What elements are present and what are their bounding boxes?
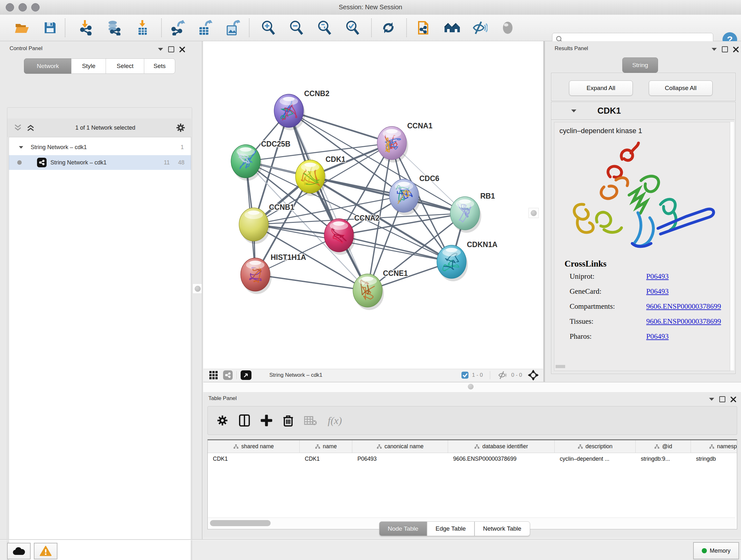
right-splitter[interactable] bbox=[543, 41, 545, 384]
table-cell[interactable]: CDK1 bbox=[208, 453, 300, 464]
crosslink-link[interactable]: P06493 bbox=[646, 287, 669, 296]
tab-string[interactable]: String bbox=[622, 57, 658, 73]
table-cell[interactable]: stringdb:9... bbox=[636, 453, 691, 464]
network-node-ccne1[interactable] bbox=[353, 274, 384, 310]
tab-label: String bbox=[632, 62, 648, 69]
expander-icon[interactable] bbox=[19, 146, 23, 148]
table-cell[interactable]: CDK1 bbox=[300, 453, 352, 464]
import-network-file-button[interactable] bbox=[77, 18, 95, 38]
zoom-fit-button[interactable] bbox=[315, 18, 334, 38]
gene-section-header[interactable]: CDK1 bbox=[551, 102, 735, 120]
tab-label: Style bbox=[82, 63, 95, 70]
panel-menu-icon[interactable] bbox=[712, 48, 717, 51]
export-network-button[interactable] bbox=[169, 18, 187, 38]
panel-float-icon[interactable] bbox=[719, 396, 725, 402]
grid-view-icon[interactable] bbox=[209, 371, 218, 380]
delete-icon[interactable] bbox=[283, 415, 293, 427]
tab-label: Network bbox=[37, 63, 59, 70]
show-graphics-button[interactable] bbox=[498, 18, 517, 38]
expand-all-icon[interactable] bbox=[26, 124, 35, 132]
panel-menu-icon[interactable] bbox=[158, 48, 163, 51]
zoom-out-button[interactable] bbox=[287, 18, 306, 38]
network-graph[interactable]: CCNB2CCNA1CDC25BCDK1CDC6RB1CCNB1CCNA2CDK… bbox=[203, 41, 543, 369]
selected-checkbox-icon[interactable] bbox=[461, 371, 469, 379]
open-session-button[interactable] bbox=[13, 18, 31, 38]
column-header-name[interactable]: name bbox=[300, 440, 352, 453]
collapse-all-button[interactable]: Collapse All bbox=[649, 80, 713, 96]
network-node-cdk1[interactable] bbox=[295, 160, 327, 196]
table-hscroll-thumb[interactable] bbox=[210, 520, 271, 526]
add-icon[interactable] bbox=[261, 415, 272, 426]
network-list: String Network – cdk1 1 String Network –… bbox=[9, 137, 191, 560]
network-node-rb1[interactable] bbox=[450, 197, 481, 233]
network-node-ccna1[interactable] bbox=[377, 126, 408, 163]
results-vscroll-track[interactable] bbox=[730, 122, 734, 370]
tab-style[interactable]: Style bbox=[71, 58, 106, 74]
zoom-in-button[interactable] bbox=[259, 18, 278, 38]
refresh-layout-button[interactable] bbox=[379, 18, 398, 38]
panel-close-icon[interactable] bbox=[179, 47, 185, 52]
crosslink-link[interactable]: P06493 bbox=[646, 332, 669, 341]
right-splitter-handle[interactable] bbox=[529, 208, 539, 218]
panel-float-icon[interactable] bbox=[722, 46, 728, 52]
column-header--id[interactable]: @id bbox=[636, 440, 691, 453]
network-node-cdc25b[interactable] bbox=[231, 145, 262, 181]
table-cell[interactable]: P06493 bbox=[352, 453, 448, 464]
homes-button[interactable] bbox=[443, 18, 461, 38]
tab-sets[interactable]: Sets bbox=[144, 58, 175, 74]
tab-network-table[interactable]: Network Table bbox=[475, 521, 530, 536]
save-session-button[interactable] bbox=[41, 18, 59, 38]
column-header-shared-name[interactable]: shared name bbox=[208, 440, 300, 453]
warning-status-button[interactable] bbox=[34, 543, 57, 559]
crosslink-label: Uniprot: bbox=[569, 272, 595, 280]
crosslink-link[interactable]: P06493 bbox=[646, 272, 669, 281]
left-splitter[interactable] bbox=[202, 41, 203, 539]
show-columns-icon[interactable] bbox=[239, 415, 250, 427]
collapse-all-icon[interactable] bbox=[14, 124, 22, 132]
table-gear-icon[interactable] bbox=[217, 415, 228, 426]
column-header-namespace[interactable]: namespace bbox=[691, 440, 737, 453]
crosslink-link[interactable]: 9606.ENSP00000378699 bbox=[646, 302, 721, 311]
column-header-database-identifier[interactable]: database identifier bbox=[448, 440, 555, 453]
network-node-cdkn1a[interactable] bbox=[437, 245, 468, 281]
results-hscroll-thumb[interactable] bbox=[556, 365, 565, 368]
crosslink-link[interactable]: 9606.ENSP00000378699 bbox=[646, 317, 721, 326]
tab-network[interactable]: Network bbox=[24, 58, 72, 74]
panel-close-icon[interactable] bbox=[731, 396, 736, 402]
tab-edge-table[interactable]: Edge Table bbox=[427, 521, 475, 536]
export-image-button[interactable] bbox=[223, 18, 242, 38]
zoom-selected-button[interactable] bbox=[343, 18, 362, 38]
network-node-hist1h1a[interactable] bbox=[241, 258, 272, 294]
table-cell[interactable]: stringdb bbox=[691, 453, 737, 464]
column-header-canonical-name[interactable]: canonical name bbox=[352, 440, 448, 453]
panel-menu-icon[interactable] bbox=[709, 398, 714, 401]
import-table-file-button[interactable] bbox=[133, 18, 152, 38]
collapse-section-icon[interactable] bbox=[571, 110, 576, 112]
table-cell[interactable]: 9606.ENSP00000378699 bbox=[448, 453, 555, 464]
column-header-description[interactable]: description bbox=[555, 440, 636, 453]
cloud-status-button[interactable] bbox=[7, 543, 30, 559]
tab-select[interactable]: Select bbox=[106, 58, 145, 74]
network-canvas[interactable]: CCNB2CCNA1CDC25BCDK1CDC6RB1CCNB1CCNA2CDK… bbox=[203, 41, 543, 369]
panel-close-icon[interactable] bbox=[733, 47, 739, 52]
string-view-icon[interactable] bbox=[223, 370, 232, 380]
results-buttons-box: Expand All Collapse All bbox=[551, 73, 736, 101]
left-splitter-handle[interactable] bbox=[192, 284, 203, 294]
network-node-ccnb2[interactable] bbox=[274, 94, 305, 130]
network-collection-row[interactable]: String Network – cdk1 1 bbox=[9, 140, 191, 154]
network-row-selected[interactable]: String Network – cdk1 11 48 bbox=[9, 155, 191, 170]
fit-content-crosshair-icon[interactable] bbox=[528, 370, 539, 381]
import-network-database-button[interactable] bbox=[105, 18, 123, 38]
hide-graphics-button[interactable] bbox=[470, 18, 489, 38]
bottom-splitter-handle[interactable] bbox=[468, 384, 474, 389]
clone-network-button[interactable] bbox=[415, 18, 433, 38]
panel-float-icon[interactable] bbox=[168, 46, 174, 52]
table-cell[interactable]: cyclin–dependent ... bbox=[555, 453, 636, 464]
gear-icon[interactable] bbox=[176, 123, 185, 132]
tab-node-table[interactable]: Node Table bbox=[379, 521, 427, 536]
birdseye-view-icon[interactable] bbox=[241, 370, 252, 380]
memory-button[interactable]: Memory bbox=[693, 542, 739, 559]
hidden-eye-icon[interactable] bbox=[497, 371, 508, 379]
export-table-button[interactable] bbox=[196, 18, 214, 38]
expand-all-button[interactable]: Expand All bbox=[569, 80, 633, 96]
